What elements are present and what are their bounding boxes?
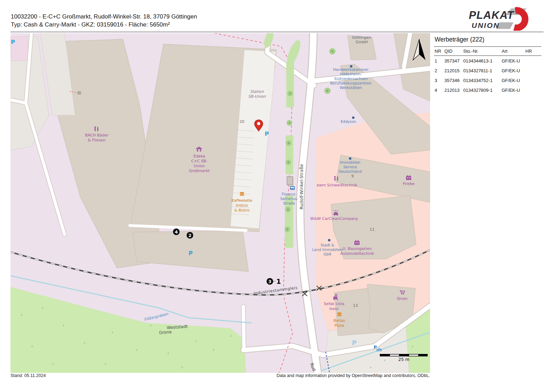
cell-art: GF/EK-U: [501, 56, 525, 66]
cell-art: GF/EK-U: [501, 66, 525, 75]
poi-immobilien-l1: Immobilien: [340, 160, 361, 164]
cell-sto-nr: 0134327809-1: [463, 85, 501, 95]
street-florenz-l2: Sartorius-: [280, 197, 298, 201]
svg-text:2: 2: [188, 233, 191, 238]
poi-kaffeelotte-l3: & Bistro: [234, 208, 250, 213]
poi-station-l1: Station: [250, 89, 264, 94]
poi-baumgarten-l2: Automobiltechnik: [340, 251, 374, 256]
map-canvas[interactable]: 25 m P BACH Bäder & Fliesen Station: [10, 33, 430, 373]
cell-hr: [525, 56, 541, 66]
cell-sto-nr: 0134327811-1: [463, 66, 501, 75]
cell-nr: 4: [434, 85, 444, 95]
poi-stadtland-l3: GbR: [324, 252, 331, 256]
poi-eddyson: Eddyson: [341, 119, 356, 124]
poi-ewm: ewm Schweißtechnik: [317, 183, 357, 187]
poi-stadtland-l1: Stadt &: [320, 243, 334, 247]
poi-immobilien-l3: Deutschland: [339, 169, 362, 173]
place-grone: Grone: [159, 330, 172, 335]
poi-goettingen-l2: GmbH: [356, 40, 368, 44]
poi-station-l2: SB-Union: [248, 94, 266, 99]
poi-edeka-l2: C+C SB-: [191, 159, 208, 163]
poi-handwerk-l5: Werkstätten: [340, 86, 362, 90]
parking-p-edeka: P: [265, 131, 269, 137]
housenumber-11: 11: [370, 227, 375, 232]
poi-edeka-l4: Großmarkt: [189, 169, 210, 173]
housenumber-20: 20: [239, 119, 244, 124]
col-header-art: Art: [501, 47, 525, 56]
poi-bach-l2: & Fliesen: [88, 138, 106, 142]
col-header-qid: QID: [444, 47, 463, 56]
logo-word-plakat: PLAKAT: [469, 9, 515, 21]
cell-nr: 2: [434, 66, 444, 75]
werbetraeger-marker-1[interactable]: 1: [276, 278, 281, 285]
col-header-sto-nr: Sto.-Nr.: [463, 47, 501, 56]
table-row: 2 212015 0134327811-1 GF/EK-U: [434, 66, 541, 75]
parking-p-bicycle: P: [374, 345, 377, 350]
housenumber-9: 9: [352, 174, 354, 178]
housenumber-13: 13: [353, 303, 358, 308]
col-header-hr: HR: [525, 47, 541, 56]
bus-stop-icon: [290, 186, 295, 190]
cell-art: GF/EK-U: [501, 75, 525, 85]
poi-immobilien-l2: Service: [344, 165, 357, 169]
poi-stadtland-l2: Land Immobilien: [312, 247, 342, 252]
poi-bellas-l2: Pizza: [334, 323, 344, 328]
poi-goettingen-l1: Göttingen: [352, 35, 371, 40]
street-florenz-l3: Straße: [283, 201, 295, 205]
table-row: 3 357346 0134334752-1 GF/EK-U: [434, 75, 541, 85]
panel-title: Werbeträger (222): [435, 36, 543, 43]
logo-red-arc: [514, 10, 525, 28]
map-attribution: Data and map information provided by Ope…: [10, 373, 430, 378]
cell-nr: 1: [434, 56, 444, 66]
parking-p-south-edeka: P: [189, 250, 193, 257]
poi-kaffeelotte-l2: Imbiss: [236, 203, 248, 208]
cell-sto-nr: 0134334752-1: [463, 75, 501, 85]
header-divider: [10, 32, 544, 32]
col-header-nr: NR: [434, 47, 444, 56]
parking-p-lot-south: P: [352, 339, 357, 347]
poi-handwerk-l1: Handwerkskammer: [333, 67, 369, 72]
svg-text:3: 3: [268, 279, 271, 284]
plakat-union-logo: PLAKAT UNION: [469, 6, 539, 31]
poi-edeka-l1: Edeka: [193, 154, 205, 158]
poi-sefak-l1: Sefak Usta: [324, 302, 344, 306]
poi-handwerk-l2: Hildesheim-: [340, 72, 362, 76]
poi-handwerk-l4: Berufsbildungszentren: [330, 81, 371, 85]
table-row: 4 212013 0134327809-1 GF/EK-U: [434, 85, 541, 95]
poi-ww: W&W CarCleanCompany: [310, 216, 358, 221]
poi-handwerk-l3: Südniedersachsen: [334, 76, 368, 81]
werbetraeger-panel: Werbeträger (222) NR QID Sto.-Nr. Art HR…: [434, 33, 543, 95]
poi-friebe: Friebe: [403, 182, 415, 186]
road-south-vert: [243, 306, 244, 350]
page-subtitle: Typ: Cash & Carry-Markt - GKZ: 03159016 …: [11, 21, 170, 28]
poi-kaffeelotte-l1: Kaffeelotte: [231, 198, 252, 203]
bus-shelter: [287, 177, 293, 185]
werbetraeger-table: NR QID Sto.-Nr. Art HR 1 357347 01343446…: [434, 46, 541, 95]
poi-sefak-l2: Iseur: [329, 306, 339, 311]
cell-sto-nr: 0134344613-1: [463, 56, 501, 66]
poi-bellas-l1: Bellas: [334, 318, 345, 323]
page-title: 10032200 - E-C+C Großmarkt, Rudolf-Winke…: [11, 13, 197, 20]
cell-qid: 357346: [444, 75, 463, 85]
werbetraeger-marker-3[interactable]: 3: [267, 278, 273, 285]
cell-hr: [525, 85, 541, 95]
werbetraeger-marker-2[interactable]: 2: [187, 232, 193, 239]
report-page: 10032200 - E-C+C Großmarkt, Rudolf-Winke…: [0, 0, 554, 392]
poi-edeka-l3: Union: [194, 164, 205, 168]
svg-text:4: 4: [175, 229, 178, 235]
cell-nr: 3: [434, 75, 444, 85]
cell-hr: [525, 66, 541, 75]
table-row: 1 357347 0134344613-1 GF/EK-U: [434, 56, 541, 66]
street-rudolf-winkel: Rudolf-Winkel-Straße: [299, 164, 304, 209]
logo-word-union: UNION: [472, 21, 500, 29]
scale-bar: [380, 354, 428, 356]
cell-art: GF/EK-U: [501, 85, 525, 95]
poi-bach-l1: BACH Bäder: [85, 133, 109, 138]
parking-p-topleft: P: [11, 39, 15, 45]
boundary-node: [77, 91, 81, 95]
cell-qid: 357347: [444, 56, 463, 66]
cell-qid: 212015: [444, 66, 463, 75]
werbetraeger-marker-4[interactable]: 4: [173, 229, 180, 235]
street-florenz-l1: Florenz-: [282, 192, 296, 196]
poi-baumgarten-l1: U. Baumgarten: [342, 246, 371, 251]
